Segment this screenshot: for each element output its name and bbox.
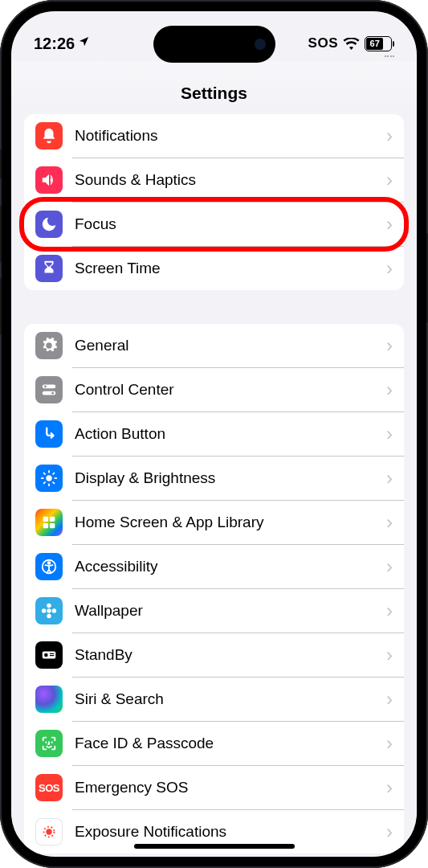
battery-indicator: 67	[365, 36, 394, 51]
row-face-id[interactable]: Face ID & Passcode ›	[24, 722, 404, 765]
chevron-right-icon: ›	[386, 513, 393, 532]
silent-switch	[0, 149, 2, 179]
hourglass-icon	[35, 255, 63, 282]
row-emergency-sos[interactable]: SOS Emergency SOS ›	[24, 766, 404, 809]
row-home-screen[interactable]: Home Screen & App Library ›	[24, 501, 404, 544]
home-indicator[interactable]	[134, 844, 295, 849]
row-label: Face ID & Passcode	[75, 735, 386, 752]
row-label: Exposure Notifications	[75, 823, 386, 841]
row-action-button[interactable]: Action Button ›	[24, 412, 404, 456]
section-focus-group: Notifications › Sounds & Haptics ›	[24, 114, 404, 290]
settings-list[interactable]: Notifications › Sounds & Haptics ›	[11, 114, 417, 857]
chevron-right-icon: ›	[386, 645, 393, 665]
section-general-group: General › Control Center › Action	[24, 324, 404, 854]
chevron-right-icon: ›	[386, 778, 393, 797]
row-label: General	[75, 337, 386, 354]
row-sounds-haptics[interactable]: Sounds & Haptics ›	[24, 158, 404, 202]
volume-up-button	[0, 205, 2, 263]
gear-icon	[35, 332, 63, 359]
row-label: Wallpaper	[75, 602, 386, 620]
row-label: Screen Time	[75, 260, 386, 277]
svg-point-2	[44, 386, 47, 388]
svg-rect-7	[43, 523, 48, 528]
row-label: Focus	[75, 215, 386, 233]
svg-rect-19	[50, 655, 54, 656]
status-left: 12:26	[34, 35, 90, 53]
row-accessibility[interactable]: Accessibility ›	[24, 545, 404, 588]
volume-down-button	[0, 277, 2, 335]
speaker-icon	[35, 166, 63, 194]
row-label: Sounds & Haptics	[75, 171, 386, 189]
svg-point-12	[47, 604, 51, 608]
row-label: Notifications	[75, 127, 386, 145]
row-control-center[interactable]: Control Center ›	[24, 368, 404, 411]
chevron-right-icon: ›	[386, 822, 393, 841]
sos-icon: SOS	[35, 774, 63, 801]
wifi-icon	[343, 38, 360, 50]
page-title: Settings	[11, 61, 417, 114]
chevron-right-icon: ›	[386, 734, 393, 753]
sun-icon	[35, 465, 63, 492]
bell-icon	[35, 122, 63, 149]
svg-point-11	[47, 608, 51, 613]
exposure-icon	[35, 818, 63, 845]
toggles-icon	[35, 376, 63, 403]
accessibility-icon	[35, 553, 63, 580]
svg-point-15	[52, 608, 57, 613]
row-standby[interactable]: StandBy ›	[24, 633, 404, 677]
row-screen-time[interactable]: Screen Time ›	[24, 247, 404, 290]
row-label: Action Button	[75, 425, 386, 443]
apps-grid-icon	[35, 509, 63, 536]
row-label: Home Screen & App Library	[75, 514, 386, 531]
battery-level: 67	[366, 38, 383, 50]
action-button-icon	[35, 420, 63, 448]
row-label: Display & Brightness	[75, 469, 386, 487]
row-wallpaper[interactable]: Wallpaper ›	[24, 589, 404, 633]
flower-icon	[35, 597, 63, 624]
svg-point-13	[47, 614, 51, 619]
chevron-right-icon: ›	[386, 170, 393, 190]
svg-point-20	[47, 829, 51, 834]
row-label: Control Center	[75, 381, 386, 399]
svg-rect-6	[50, 517, 55, 522]
svg-point-17	[44, 653, 48, 657]
row-siri-search[interactable]: Siri & Search ›	[24, 678, 404, 721]
chevron-right-icon: ›	[386, 601, 393, 620]
chevron-right-icon: ›	[386, 215, 393, 234]
chevron-right-icon: ›	[386, 259, 393, 278]
row-label: Emergency SOS	[75, 779, 386, 796]
screen: 12:26 SOS 67 Settings	[11, 11, 417, 857]
chevron-right-icon: ›	[386, 336, 393, 355]
phone-frame: 12:26 SOS 67 Settings	[0, 0, 428, 868]
row-label: StandBy	[75, 646, 386, 664]
svg-point-4	[46, 475, 51, 481]
row-focus[interactable]: Focus ›	[24, 203, 404, 246]
chevron-right-icon: ›	[386, 469, 393, 488]
chevron-right-icon: ›	[386, 380, 393, 399]
siri-icon	[35, 686, 63, 713]
moon-icon	[35, 211, 63, 238]
location-icon	[78, 35, 90, 51]
svg-rect-18	[50, 653, 54, 654]
row-display-brightness[interactable]: Display & Brightness ›	[24, 457, 404, 500]
svg-point-14	[42, 608, 47, 613]
dynamic-island	[153, 26, 275, 63]
row-general[interactable]: General ›	[24, 324, 404, 367]
chevron-right-icon: ›	[386, 557, 393, 576]
status-time: 12:26	[34, 35, 75, 53]
svg-rect-5	[43, 517, 48, 522]
chevron-right-icon: ›	[386, 424, 393, 444]
clock-widget-icon	[35, 641, 63, 669]
row-label: Siri & Search	[75, 690, 386, 708]
chevron-right-icon: ›	[386, 126, 393, 145]
row-notifications[interactable]: Notifications ›	[24, 114, 404, 158]
row-label: Accessibility	[75, 558, 386, 575]
chevron-right-icon: ›	[386, 690, 393, 709]
svg-point-10	[48, 562, 51, 564]
face-id-icon	[35, 730, 63, 757]
sos-indicator: SOS	[308, 35, 338, 51]
svg-point-3	[51, 392, 54, 395]
status-right: SOS 67	[308, 35, 394, 51]
svg-rect-8	[50, 523, 55, 528]
front-camera	[255, 39, 266, 50]
